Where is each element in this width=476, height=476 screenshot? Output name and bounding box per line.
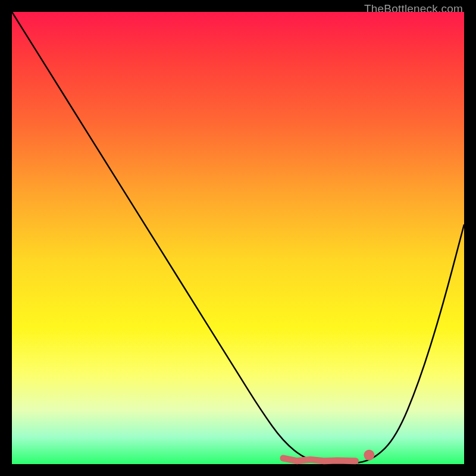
chart-overlay <box>12 12 464 464</box>
chart-container: TheBottleneck.com <box>0 0 476 476</box>
main-curve <box>12 12 464 464</box>
bottom-squiggle <box>283 458 356 461</box>
marker-dot <box>364 450 374 461</box>
